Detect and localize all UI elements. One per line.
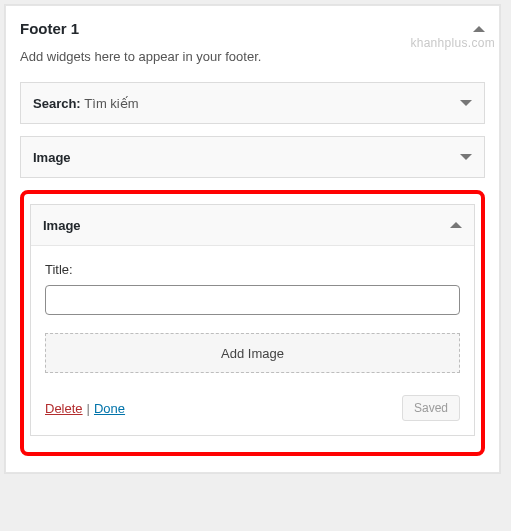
widget-search-instance: Tìm kiếm: [84, 96, 138, 111]
done-link[interactable]: Done: [94, 401, 125, 416]
widget-search-header[interactable]: Search: Tìm kiếm: [21, 83, 484, 123]
panel-title: Footer 1: [20, 20, 79, 37]
widget-image-open: Image Title: Add Image Delete|Done Saved: [30, 204, 475, 436]
chevron-up-icon: [473, 26, 485, 32]
widget-search-label: Search:: [33, 96, 81, 111]
widget-image-open-title: Image: [43, 218, 81, 233]
highlight-box: Image Title: Add Image Delete|Done Saved: [20, 190, 485, 456]
panel-collapse-toggle[interactable]: [473, 26, 485, 32]
chevron-down-icon: [460, 154, 472, 160]
panel-description: Add widgets here to appear in your foote…: [20, 49, 485, 64]
delete-link[interactable]: Delete: [45, 401, 83, 416]
widget-image-collapsed-header[interactable]: Image: [21, 137, 484, 177]
footer-links: Delete|Done: [45, 401, 125, 416]
widget-image-collapsed: Image: [20, 136, 485, 178]
add-image-button[interactable]: Add Image: [45, 333, 460, 373]
title-input[interactable]: [45, 285, 460, 315]
chevron-up-icon: [450, 222, 462, 228]
link-separator: |: [83, 401, 94, 416]
title-field-label: Title:: [45, 262, 460, 277]
chevron-down-icon: [460, 100, 472, 106]
footer-1-panel: Footer 1 Add widgets here to appear in y…: [5, 5, 500, 473]
widget-image-open-header[interactable]: Image: [31, 205, 474, 246]
widget-search-title: Search: Tìm kiếm: [33, 96, 139, 111]
widget-search: Search: Tìm kiếm: [20, 82, 485, 124]
widget-image-open-body: Title: Add Image Delete|Done Saved: [31, 246, 474, 435]
widget-footer-row: Delete|Done Saved: [45, 395, 460, 421]
widget-image-collapsed-title: Image: [33, 150, 71, 165]
saved-button: Saved: [402, 395, 460, 421]
